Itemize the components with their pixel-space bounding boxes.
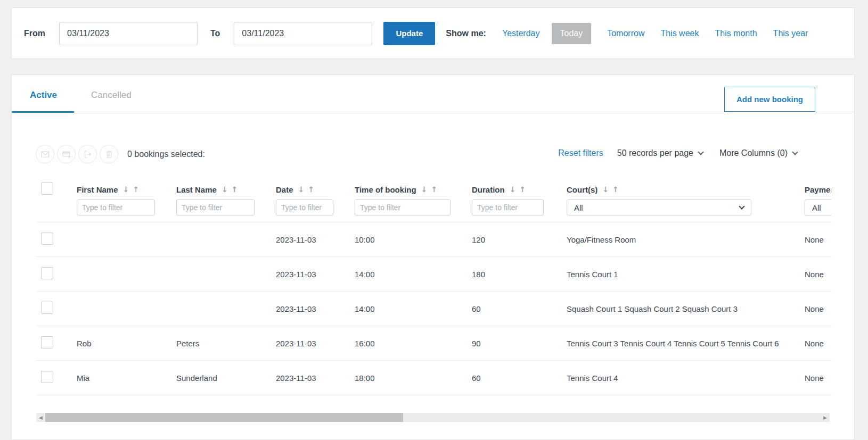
from-date-input[interactable] [59,22,198,45]
courts-filter-select[interactable]: All [567,200,751,215]
table-row[interactable]: 2023-11-03 14:00 60 Squash Court 1 Squas… [36,291,831,326]
cell-time: 14:00 [355,304,472,313]
range-yesterday[interactable]: Yesterday [502,29,540,38]
row-checkbox[interactable] [41,267,53,279]
range-tomorrow[interactable]: Tomorrow [607,29,644,38]
sort-asc-icon[interactable]: ↑ [231,185,238,194]
range-today-selected[interactable]: Today [552,23,592,44]
add-new-booking-button[interactable]: Add new booking [724,87,815,112]
cell-date: 2023-11-03 [276,373,355,383]
show-me-label: Show me: [446,29,486,38]
sort-asc-icon[interactable]: ↑ [612,185,619,194]
more-columns-dropdown[interactable]: More Columns (0) [719,148,797,158]
col-header-courts[interactable]: Court(s) [567,185,597,194]
records-per-page-dropdown[interactable]: 50 records per page [617,148,703,158]
payment-filter-value: All [812,203,821,212]
select-all-checkbox[interactable] [41,182,53,195]
sort-desc-icon[interactable]: ↓ [222,185,228,194]
update-button[interactable]: Update [383,22,435,45]
cell-courts: Squash Court 1 Squash Court 2 Squash Cou… [567,304,805,313]
col-header-date[interactable]: Date [276,185,293,194]
range-this-week[interactable]: This week [660,29,699,38]
col-header-duration[interactable]: Duration [472,185,505,194]
to-date-input[interactable] [234,22,372,45]
delete-icon[interactable] [100,145,118,163]
cell-last-name: Peters [176,339,276,348]
cell-duration: 60 [472,304,567,313]
cell-duration: 60 [472,373,567,383]
email-icon[interactable] [36,145,54,163]
cell-time: 14:00 [355,270,472,279]
bookings-table: First Name ↓ ↑ Last Name ↓ ↑ Date ↓ ↑ Ti… [36,179,831,395]
table-row[interactable]: 2023-11-03 14:00 180 Tennis Court 1 None [36,256,831,291]
sort-desc-icon[interactable]: ↓ [602,185,609,194]
cell-date: 2023-11-03 [276,304,355,313]
tab-cancelled[interactable]: Cancelled [91,90,132,101]
sort-asc-icon[interactable]: ↑ [431,185,438,194]
tab-active[interactable]: Active [30,90,57,101]
table-bottom-divider [36,395,831,395]
scrollbar-thumb[interactable] [45,413,403,422]
col-header-first-name[interactable]: First Name [77,185,118,194]
cell-payment: None [805,373,831,383]
row-checkbox[interactable] [41,336,53,348]
records-per-page-label: 50 records per page [617,148,693,158]
chevron-down-icon [792,149,798,155]
cell-duration: 90 [472,339,567,348]
cell-courts: Yoga/Fitness Room [567,235,805,244]
row-checkbox[interactable] [41,233,53,245]
cell-first-name: Mia [77,373,176,383]
horizontal-scrollbar[interactable]: ◀ ▶ [36,413,830,422]
cell-duration: 120 [472,235,567,244]
courts-filter-value: All [574,203,583,212]
cell-courts: Tennis Court 1 [567,270,805,279]
add-payment-icon[interactable] [57,145,76,163]
from-label: From [24,29,45,38]
bookings-panel: Active Cancelled Add new booking 0 booki… [11,74,855,440]
tab-bar: Active Cancelled Add new booking [12,75,854,112]
col-header-time[interactable]: Time of booking [355,185,416,194]
date-filter-input[interactable] [276,200,333,215]
reset-filters-link[interactable]: Reset filters [558,148,603,158]
cell-last-name: Sunderland [176,373,276,383]
table-row[interactable]: Rob Peters 2023-11-03 16:00 90 Tennis Co… [36,326,831,360]
cell-payment: None [805,304,831,313]
date-filter-bar: From To Update Show me: Yesterday Today … [11,7,855,59]
cell-courts: Tennis Court 3 Tennis Court 4 Tennis Cou… [567,339,805,348]
cell-date: 2023-11-03 [276,339,355,348]
chevron-down-icon [698,149,703,155]
cell-payment: None [805,270,831,279]
cell-payment: None [805,339,831,348]
export-icon[interactable] [78,145,97,163]
cell-payment: None [805,235,831,244]
sort-asc-icon[interactable]: ↑ [519,185,526,194]
sort-desc-icon[interactable]: ↓ [510,185,517,194]
cell-date: 2023-11-03 [276,235,355,244]
sort-asc-icon[interactable]: ↑ [308,185,315,194]
range-this-month[interactable]: This month [715,29,757,38]
cell-time: 10:00 [355,235,472,244]
table-row[interactable]: Mia Sunderland 2023-11-03 18:00 60 Tenni… [36,360,831,395]
range-this-year[interactable]: This year [773,29,808,38]
col-header-last-name[interactable]: Last Name [176,185,217,194]
sort-asc-icon[interactable]: ↑ [133,185,140,194]
table-row[interactable]: 2023-11-03 10:00 120 Yoga/Fitness Room N… [36,222,831,256]
sort-desc-icon[interactable]: ↓ [298,185,305,194]
time-filter-input[interactable] [355,200,451,215]
table-options-toolbar: Reset filters 50 records per page More C… [558,148,797,158]
first-name-filter-input[interactable] [77,200,155,215]
duration-filter-input[interactable] [472,200,544,215]
sort-desc-icon[interactable]: ↓ [123,185,130,194]
row-checkbox[interactable] [41,302,53,314]
cell-first-name: Rob [77,339,176,348]
more-columns-label: More Columns (0) [719,148,788,158]
scroll-right-icon[interactable]: ▶ [821,413,830,422]
payment-filter-select[interactable]: All [805,200,831,215]
chevron-down-icon [739,203,744,209]
sort-desc-icon[interactable]: ↓ [421,185,428,194]
row-checkbox[interactable] [41,371,53,383]
col-header-payment[interactable]: Payment [805,185,831,194]
scroll-left-icon[interactable]: ◀ [36,413,45,422]
table-header-row: First Name ↓ ↑ Last Name ↓ ↑ Date ↓ ↑ Ti… [36,179,831,200]
last-name-filter-input[interactable] [176,200,255,215]
